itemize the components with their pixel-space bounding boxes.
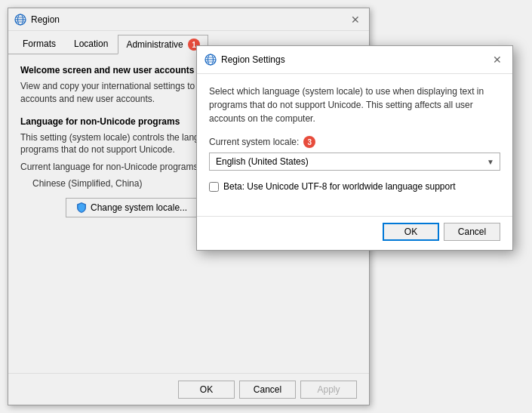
beta-label: Beta: Use Unicode UTF-8 for worldwide la… <box>223 181 456 192</box>
dialog-description: Select which language (system locale) to… <box>209 85 500 125</box>
dialog-body: Select which language (system locale) to… <box>197 74 512 216</box>
dialog-globe-icon <box>204 54 217 66</box>
tab-location[interactable]: Location <box>66 35 116 54</box>
dialog-title-left: Region Settings <box>204 54 285 66</box>
dialog-title-bar: Region Settings ✕ <box>197 46 512 74</box>
title-bar-left: Region <box>14 14 60 26</box>
tab-administrative[interactable]: Administrative 1 <box>118 35 208 54</box>
region-bottom-bar: OK Cancel Apply <box>8 373 369 405</box>
beta-checkbox-row: Beta: Use Unicode UTF-8 for worldwide la… <box>209 181 500 192</box>
globe-icon <box>14 14 26 26</box>
dialog-cancel-button[interactable]: Cancel <box>444 223 500 241</box>
region-ok-button[interactable]: OK <box>178 381 235 399</box>
region-apply-button[interactable]: Apply <box>300 381 357 399</box>
dialog-buttons: OK Cancel <box>197 216 512 250</box>
locale-dropdown-wrapper: English (United States) ▼ <box>209 153 500 171</box>
tab-formats[interactable]: Formats <box>14 35 64 54</box>
region-cancel-button[interactable]: Cancel <box>239 381 296 399</box>
dialog-ok-button[interactable]: OK <box>383 223 439 241</box>
locale-badge: 3 <box>303 136 315 148</box>
change-locale-label: Change system locale... <box>91 202 187 213</box>
region-title-bar: Region ✕ <box>8 8 369 31</box>
shield-icon <box>75 202 88 214</box>
region-window-title: Region <box>31 14 60 25</box>
region-settings-dialog: Region Settings ✕ Select which language … <box>196 45 513 251</box>
dialog-close-button[interactable]: ✕ <box>490 52 505 67</box>
dialog-title-text: Region Settings <box>221 54 285 65</box>
locale-dropdown[interactable]: English (United States) <box>209 153 500 171</box>
change-system-locale-button[interactable]: Change system locale... <box>66 198 197 217</box>
beta-checkbox[interactable] <box>209 182 219 192</box>
region-close-button[interactable]: ✕ <box>348 12 363 27</box>
locale-label: Current system locale: 3 <box>209 136 500 148</box>
